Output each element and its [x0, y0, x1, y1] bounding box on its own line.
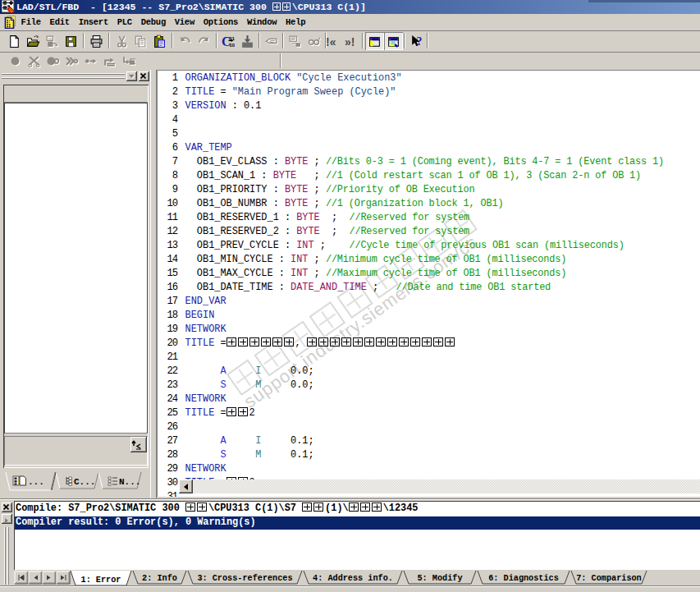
svg-text:!«: !« [326, 35, 336, 48]
svg-text:5: Modify: 5: Modify [417, 574, 462, 583]
svg-text:N...: N... [119, 477, 140, 487]
svg-text:6: Diagnostics: 6: Diagnostics [488, 574, 559, 583]
svg-text:...: ... [28, 477, 44, 487]
svg-text:2: Info: 2: Info [142, 574, 177, 583]
svg-text:10: 10 [230, 43, 235, 48]
svg-text:7: Comparison: 7: Comparison [576, 574, 641, 583]
svg-text:1: Error: 1: Error [81, 576, 121, 585]
svg-text:3: Cross-references: 3: Cross-references [197, 574, 292, 583]
svg-text:C...: C... [74, 477, 95, 487]
svg-text:?: ? [417, 35, 423, 48]
svg-text:01: 01 [230, 36, 236, 41]
svg-text:»!: »! [345, 35, 355, 48]
svg-text:4: Address info.: 4: Address info. [313, 574, 393, 583]
